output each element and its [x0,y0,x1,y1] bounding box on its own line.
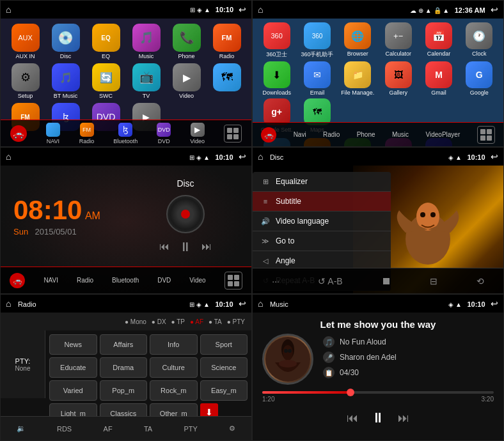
app-radio[interactable]: FM Radio [209,24,245,59]
nav-dvd-p3[interactable]: DVD [157,277,171,284]
app-gmail[interactable]: M Gmail [420,61,457,96]
nav-dvd-p1[interactable]: DVDDVD [157,123,171,144]
af-indicator: ● AF [190,318,203,325]
car-home-icon[interactable]: 🚗 [10,125,27,142]
disc-pause-btn[interactable]: ⏸ [179,240,192,254]
radio-btn-info[interactable]: Info [150,334,198,355]
back-icon-p3[interactable]: ↩ [239,151,246,162]
music-prev-btn[interactable]: ⏮ [347,412,358,425]
app-calendar[interactable]: 📅 Calendar [420,22,457,59]
menu-goto[interactable]: ≫ Go to [253,231,391,251]
disc-loop-btn[interactable]: ⟲ [476,276,484,286]
music-play-btn[interactable]: ⏸ [371,410,385,426]
app-email[interactable]: ✉ Email [298,61,336,96]
nav-grid-button-p2[interactable] [477,126,495,144]
pty-indicator: ● PTY [227,318,245,325]
home-icon-p3[interactable]: ⌂ [6,151,11,162]
radio-af-btn[interactable]: AF [104,425,113,433]
app-gallery[interactable]: 🖼 Gallery [379,61,417,96]
status-icons-p5: ⊞ ◈ ▲ [189,301,209,308]
app-navi[interactable]: 🗺 [209,63,245,99]
disc-menu-btn[interactable]: ··· [272,276,280,286]
app-calculator[interactable]: +− Calculator [379,22,417,59]
app-360[interactable]: 360 360卫士 [258,22,295,59]
app-video[interactable]: ▶ Video [168,63,205,99]
radio-mode-bar: ● Mono ● DX ● TP ● AF ● TA ● PTY [1,313,251,330]
nav-navi-p3[interactable]: NAVI [43,277,58,284]
app-swc[interactable]: 🔄 SWC [88,63,124,99]
menu-video-language[interactable]: 🔊 Video language [253,212,391,231]
nav-navi-p2[interactable]: Navi [294,131,306,138]
nav-bluetooth-p1[interactable]: ɮBluetooth [113,123,138,144]
progress-track[interactable] [262,391,494,394]
nav-grid-button-p1[interactable] [224,125,242,143]
nav-phone-p2[interactable]: Phone [357,131,375,138]
app-clock[interactable]: 🕐 Clock [461,22,498,59]
radio-btn-affairs[interactable]: Affairs [100,334,148,355]
app-disc[interactable]: 💿 Disc [47,24,84,59]
disc-controls: ⏮ ⏸ ⏭ [159,240,212,254]
menu-equalizer[interactable]: ⊞ Equalizer [253,172,391,192]
progress-handle[interactable] [347,389,354,396]
radio-btn-educate[interactable]: Educate [49,357,97,378]
radio-btn-rockm[interactable]: Rock_m [150,380,198,401]
panel-android-apps: ⌂ ☁ ⊕ ▲ 🔒 ▲ 12:36 AM ↩ 360 360卫士 360 360… [252,0,504,147]
radio-ta-btn[interactable]: TA [144,425,152,433]
back-icon-p6[interactable]: ↩ [491,298,498,309]
radio-btn-varied[interactable]: Varied [49,380,97,401]
home-icon-p2[interactable]: ⌂ [258,4,263,15]
home-icon[interactable]: ⌂ [6,4,11,15]
app-browser[interactable]: 🌐 Browser [339,22,377,59]
music-next-btn[interactable]: ⏭ [398,412,409,425]
radio-btn-news[interactable]: News [49,334,97,355]
status-bar-p6: ⌂ Music ◈ ▲ 10:10 ↩ [253,295,503,313]
back-icon-p1[interactable]: ↩ [239,4,246,15]
back-icon-p5[interactable]: ↩ [239,298,246,309]
nav-video-p1[interactable]: ▶Video [190,123,205,144]
app-eq[interactable]: EQ EQ [88,24,124,59]
app-phone[interactable]: 📞 Phone [168,24,205,59]
app-aux-in[interactable]: AUX AUX IN [7,24,43,59]
radio-btn-culture[interactable]: Culture [150,357,198,378]
radio-btn-drama[interactable]: Drama [100,357,148,378]
app-setup[interactable]: ⚙ Setup [7,63,43,99]
home-icon-p4[interactable]: ⌂ [258,151,263,162]
nav-radio-p1[interactable]: FMRadio [79,123,95,144]
nav-grid-button-p3[interactable] [224,272,242,290]
app-360-helper[interactable]: 360 360手机助手 [298,22,336,59]
app-downloads[interactable]: ⬇ Downloads [258,61,295,96]
back-icon-p2[interactable]: ↩ [491,4,498,15]
nav-videoplayer-p2[interactable]: VideoPlayer [426,131,461,138]
disc-next-btn[interactable]: ⏭ [201,241,212,252]
radio-btn-sport[interactable]: Sport [200,334,248,355]
disc-stop-btn[interactable]: ⏹ [381,275,391,287]
disc-list-btn[interactable]: ⊟ [430,276,437,286]
app-google[interactable]: G Google [461,61,498,96]
home-icon-p6[interactable]: ⌂ [258,298,263,309]
app-tv[interactable]: 📺 TV [128,63,164,99]
nav-bluetooth-p3[interactable]: Bluetooth [112,277,139,284]
radio-btn-popm[interactable]: Pop_m [100,380,148,401]
app-file-manager[interactable]: 📁 File Manage. [339,61,377,96]
radio-pty-btn[interactable]: PTY [184,425,198,433]
nav-video-p3[interactable]: Video [189,277,205,284]
car-icon-p2[interactable]: 🚗 [261,127,276,143]
app-bt-music[interactable]: 🎵 BT Music [47,63,84,99]
status-bar-p5: ⌂ Radio ⊞ ◈ ▲ 10:10 ↩ [1,295,251,313]
home-icon-p5[interactable]: ⌂ [6,298,11,309]
radio-settings-icon[interactable]: ⚙ [229,424,235,433]
car-icon-p3[interactable]: 🚗 [10,273,25,288]
disc-repeat-btn[interactable]: ↺ A-B [318,276,342,286]
radio-vol-icon[interactable]: 🔉 [17,424,26,433]
nav-navi-p1[interactable]: NAVI [46,123,60,144]
nav-radio-p2[interactable]: Radio [323,131,340,138]
menu-subtitle[interactable]: ≡ Subtitle [253,192,391,212]
nav-radio-p3[interactable]: Radio [77,277,93,284]
radio-btn-science[interactable]: Science [200,357,248,378]
app-music[interactable]: 🎵 Music [128,24,164,59]
radio-rds-btn[interactable]: RDS [57,425,72,433]
disc-prev-btn[interactable]: ⏮ [159,241,169,252]
nav-music-p2[interactable]: Music [392,131,409,138]
back-icon-p4[interactable]: ↩ [491,151,498,162]
radio-btn-easym[interactable]: Easy_m [200,380,248,401]
